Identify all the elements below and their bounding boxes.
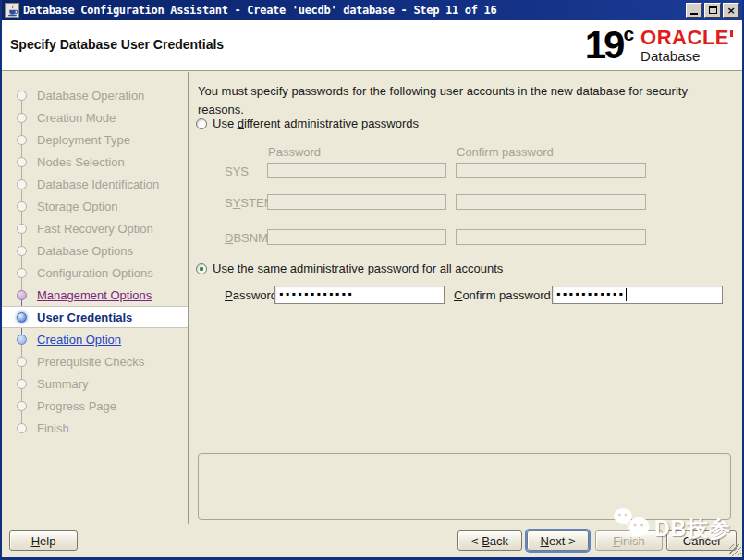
minimize-icon xyxy=(690,13,698,15)
sidebar-item-fast-recovery-option: Fast Recovery Option xyxy=(2,217,188,239)
sidebar-item-label: Management Options xyxy=(37,288,152,302)
next-button[interactable]: Next > xyxy=(527,530,589,551)
finish-button: Finish xyxy=(595,530,663,551)
account-password-input-disabled xyxy=(267,163,446,178)
sidebar-item-creation-mode: Creation Mode xyxy=(2,106,188,128)
sidebar-item-label: Configuration Options xyxy=(37,266,153,280)
text-cursor xyxy=(626,288,627,301)
oracle-19c-database-logo: 19c ORACLE Database xyxy=(585,25,733,66)
step-bullet-icon xyxy=(17,224,27,234)
radio-circle-icon xyxy=(196,118,207,129)
account-password-input-disabled xyxy=(267,229,446,245)
help-button[interactable]: Help xyxy=(9,530,78,551)
password-label: Password: xyxy=(225,288,281,302)
instruction-text: You must specify passwords for the follo… xyxy=(198,82,720,118)
logo-product: Database xyxy=(640,48,700,64)
account-row-sys: SYS xyxy=(189,163,651,179)
message-area xyxy=(198,453,731,520)
page-title: Specify Database User Credentials xyxy=(10,37,224,52)
sidebar-item-label: Creation Mode xyxy=(37,111,116,125)
sidebar-item-label: Nodes Selection xyxy=(37,155,125,169)
account-password-input-disabled xyxy=(267,194,446,210)
radio-use-same-password[interactable]: Use the same administrative password for… xyxy=(196,262,503,275)
sidebar-item-database-identification: Database Identification xyxy=(2,173,188,195)
step-bullet-icon xyxy=(17,290,27,300)
sidebar-item-label: User Credentials xyxy=(37,310,132,324)
radio-circle-selected-icon xyxy=(196,263,207,274)
column-header-confirm: Confirm password xyxy=(457,145,554,159)
step-bullet-icon xyxy=(17,246,27,256)
oracle-wordmark: ORACLE xyxy=(640,26,729,49)
sidebar-item-progress-page: Progress Page xyxy=(2,395,188,417)
confirm-password-input[interactable]: ▪▪▪▪▪▪▪▪▪▪▪ xyxy=(552,286,723,304)
step-bullet-icon xyxy=(17,379,27,389)
minimize-button[interactable] xyxy=(686,3,702,18)
password-input[interactable]: ▪▪▪▪▪▪▪▪▪▪▪▪ xyxy=(274,286,445,304)
sidebar-item-database-operation: Database Operation xyxy=(2,84,188,106)
logo-edition: c xyxy=(623,23,634,45)
account-row-system: SYSTEM xyxy=(189,194,651,211)
step-bullet-icon xyxy=(17,201,27,212)
back-button[interactable]: < Back xyxy=(457,530,522,551)
account-confirm-input-disabled xyxy=(456,194,646,210)
sidebar-item-label: Deployment Type xyxy=(37,133,130,147)
titlebar[interactable]: Database Configuration Assistant - Creat… xyxy=(2,0,742,20)
sidebar-item-label: Summary xyxy=(37,377,89,391)
close-icon: × xyxy=(726,6,735,16)
user-credentials-panel: You must specify passwords for the follo… xyxy=(189,72,742,524)
step-bullet-icon xyxy=(17,268,27,278)
step-bullet-icon xyxy=(17,401,27,411)
account-row-dbsnmp: DBSNMP xyxy=(189,229,651,246)
sidebar-item-creation-option[interactable]: Creation Option xyxy=(2,328,188,350)
sidebar-item-label: Database Options xyxy=(37,244,133,258)
sidebar-item-summary: Summary xyxy=(2,372,188,395)
step-bullet-icon xyxy=(17,335,27,345)
cancel-button[interactable]: Cancel xyxy=(666,530,737,551)
radio-use-different-passwords[interactable]: Use different administrative passwords xyxy=(196,116,419,130)
sidebar-item-label: Progress Page xyxy=(37,399,116,413)
sidebar-item-configuration-options: Configuration Options xyxy=(2,262,188,284)
step-bullet-icon xyxy=(17,179,27,189)
oracle-trademark-icon xyxy=(730,30,733,37)
step-bullet-icon xyxy=(17,157,27,167)
resize-grip[interactable] xyxy=(729,544,741,556)
sidebar-item-label: Database Operation xyxy=(37,89,144,103)
step-bullet-icon xyxy=(17,357,27,367)
sidebar-item-prerequisite-checks: Prerequisite Checks xyxy=(2,350,188,372)
close-button[interactable]: × xyxy=(723,3,739,18)
sidebar-item-label: Fast Recovery Option xyxy=(37,222,153,236)
step-bullet-icon xyxy=(17,312,27,323)
account-confirm-input-disabled xyxy=(456,163,646,178)
page-header: Specify Database User Credentials 19c OR… xyxy=(2,20,742,71)
footer-bar: Help < Back Next > Finish Cancel xyxy=(2,524,742,557)
step-bullet-icon xyxy=(17,91,27,101)
sidebar-item-label: Prerequisite Checks xyxy=(37,355,144,369)
radio-use-different-label: Use different administrative passwords xyxy=(213,116,419,130)
confirm-password-masked-value: ▪▪▪▪▪▪▪▪▪▪▪ xyxy=(556,288,625,299)
sidebar-item-management-options[interactable]: Management Options xyxy=(2,284,188,306)
step-bullet-icon xyxy=(17,423,27,433)
step-bullet-icon xyxy=(17,135,27,145)
sidebar-item-label: Creation Option xyxy=(37,333,121,347)
column-header-password: Password xyxy=(268,145,321,159)
sidebar-item-user-credentials[interactable]: User Credentials xyxy=(2,306,188,328)
sidebar-item-finish: Finish xyxy=(2,417,188,439)
confirm-password-label: Confirm password: xyxy=(454,288,554,302)
sidebar-item-database-options: Database Options xyxy=(2,239,188,262)
dbca-window: Database Configuration Assistant - Creat… xyxy=(0,0,744,560)
wizard-steps-sidebar: Database Operation Creation Mode Deploym… xyxy=(2,72,189,524)
sidebar-item-nodes-selection: Nodes Selection xyxy=(2,151,188,173)
java-icon xyxy=(5,3,19,18)
maximize-button[interactable] xyxy=(704,3,721,18)
password-masked-value: ▪▪▪▪▪▪▪▪▪▪▪▪ xyxy=(279,288,354,299)
window-title: Database Configuration Assistant - Creat… xyxy=(23,4,686,17)
radio-use-same-label: Use the same administrative password for… xyxy=(213,262,503,275)
sidebar-item-deployment-type: Deployment Type xyxy=(2,128,188,151)
window-controls: × xyxy=(686,3,739,18)
sidebar-item-label: Finish xyxy=(37,421,69,435)
sidebar-item-storage-option: Storage Option xyxy=(2,195,188,217)
maximize-icon xyxy=(709,6,717,14)
account-name-label: SYS xyxy=(225,164,249,178)
step-bullet-icon xyxy=(17,113,27,123)
sidebar-item-label: Database Identification xyxy=(37,177,159,191)
